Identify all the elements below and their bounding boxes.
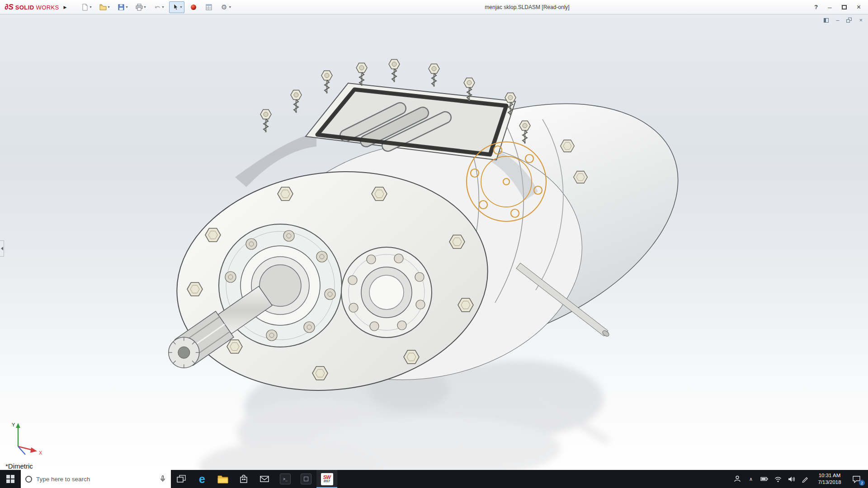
- dark-app-icon: [301, 474, 311, 484]
- options-button[interactable]: ⚙ ▾: [218, 1, 233, 13]
- volume-icon: [788, 476, 796, 483]
- chevron-up-icon: ∧: [749, 476, 753, 482]
- network-indicator[interactable]: [771, 470, 785, 488]
- appearance-sphere-icon: [189, 3, 198, 11]
- input-flange[interactable]: [341, 247, 432, 338]
- cortana-icon: [25, 476, 32, 483]
- orientation-triad: Y X: [6, 418, 48, 460]
- solidworks-logo-mark: ∂S: [5, 3, 14, 12]
- mail-envelope-icon: [260, 475, 269, 483]
- window-controls: ? – ×: [814, 4, 868, 10]
- print-icon: [135, 3, 143, 11]
- new-document-button[interactable]: ▾: [79, 1, 94, 13]
- brand-text-bold: SOLID: [15, 4, 34, 11]
- windows-logo-icon: [6, 475, 14, 483]
- document-window-controls: – ×: [824, 18, 863, 23]
- task-view-icon: [177, 475, 186, 483]
- featuremanager-flyout-tab[interactable]: [0, 240, 4, 257]
- people-button[interactable]: [731, 470, 744, 488]
- select-cursor-icon: [171, 3, 179, 11]
- quick-access-toolbar: ▾ ▾ ▾ ▾ ▾: [79, 1, 233, 13]
- gear-icon: ⚙: [220, 3, 228, 11]
- dropdown-caret[interactable]: ▾: [126, 5, 128, 9]
- search-input[interactable]: [36, 476, 155, 483]
- minimize-button[interactable]: –: [828, 5, 831, 9]
- dropdown-caret[interactable]: ▾: [108, 5, 110, 9]
- edge-icon: e: [199, 474, 205, 485]
- doc-close-icon[interactable]: ×: [859, 18, 863, 23]
- taskbar-item-store[interactable]: [233, 470, 254, 488]
- people-icon: [733, 475, 741, 483]
- taskbar-item-solidworks[interactable]: SW 2017: [316, 470, 337, 488]
- windows-taskbar: e >_ SW 2017: [0, 470, 868, 488]
- taskbar-item-app[interactable]: [296, 470, 316, 488]
- hidden-icons-button[interactable]: ∧: [744, 470, 758, 488]
- close-button[interactable]: ×: [857, 5, 861, 10]
- dock-pane-icon[interactable]: [824, 18, 829, 23]
- help-button[interactable]: ?: [814, 4, 818, 10]
- doc-restore-icon[interactable]: [846, 18, 852, 23]
- file-explorer-icon: [217, 474, 228, 483]
- menu-expand-arrow[interactable]: ▶: [64, 5, 67, 9]
- view-orientation-label: *Dimetric: [5, 462, 33, 470]
- dropdown-caret[interactable]: ▾: [144, 5, 146, 9]
- titlebar: ∂S SOLIDWORKS ▶ ▾ ▾ ▾ ▾: [0, 0, 868, 14]
- new-document-icon: [81, 3, 89, 11]
- action-center-button[interactable]: 2: [847, 470, 865, 488]
- taskbar-clock[interactable]: 10:31 AM 7/13/2018: [812, 472, 847, 486]
- brand-text-light: WORKS: [36, 4, 59, 11]
- wifi-icon: [774, 476, 782, 483]
- start-button[interactable]: [0, 470, 21, 488]
- dropdown-caret[interactable]: ▾: [180, 5, 182, 9]
- task-view-button[interactable]: [171, 470, 192, 488]
- dropdown-caret[interactable]: ▾: [90, 5, 92, 9]
- taskbar-item-edge[interactable]: e: [192, 470, 212, 488]
- appearance-button[interactable]: [187, 1, 200, 13]
- select-tool-button[interactable]: ▾: [169, 1, 184, 13]
- report-table-icon: [205, 3, 213, 11]
- open-folder-icon: [99, 3, 107, 11]
- gearbox-3d-model[interactable]: [0, 14, 868, 470]
- battery-icon: [760, 476, 769, 482]
- solidworks-app-icon: SW 2017: [321, 473, 333, 485]
- terminal-app-icon: >_: [280, 474, 291, 484]
- dropdown-caret[interactable]: ▾: [229, 5, 231, 9]
- volume-indicator[interactable]: [785, 470, 798, 488]
- system-tray: ∧: [731, 470, 868, 488]
- taskbar-item-terminal[interactable]: >_: [275, 470, 296, 488]
- pen-settings[interactable]: [798, 470, 812, 488]
- triad-y-label: Y: [12, 422, 15, 427]
- doc-minimize-icon[interactable]: –: [836, 18, 839, 23]
- save-floppy-icon: [117, 3, 125, 11]
- clock-time: 10:31 AM: [812, 472, 847, 479]
- taskbar-item-mail[interactable]: [254, 470, 275, 488]
- undo-icon: [153, 3, 161, 11]
- notification-badge: 2: [859, 480, 865, 486]
- store-bag-icon: [240, 474, 248, 483]
- flyout-arrow-icon: [1, 247, 3, 250]
- triad-x-label: X: [39, 450, 42, 455]
- save-button[interactable]: ▾: [115, 1, 130, 13]
- mass-properties-button[interactable]: [203, 1, 215, 13]
- microphone-icon[interactable]: [159, 475, 166, 483]
- battery-indicator[interactable]: [758, 470, 771, 488]
- print-button[interactable]: ▾: [133, 1, 148, 13]
- maximize-button[interactable]: [842, 5, 847, 9]
- pen-icon: [802, 475, 809, 483]
- solidworks-logo: ∂S SOLIDWORKS: [0, 3, 59, 12]
- dropdown-caret[interactable]: ▾: [162, 5, 164, 9]
- open-button[interactable]: ▾: [97, 1, 112, 13]
- clock-date: 7/13/2018: [812, 479, 847, 486]
- taskbar-item-file-explorer[interactable]: [212, 470, 233, 488]
- document-title: menjac sklop.SLDASM [Read-only]: [485, 4, 569, 10]
- graphics-viewport[interactable]: – ×: [0, 14, 868, 470]
- undo-button[interactable]: ▾: [151, 1, 166, 13]
- taskbar-search[interactable]: [21, 470, 171, 488]
